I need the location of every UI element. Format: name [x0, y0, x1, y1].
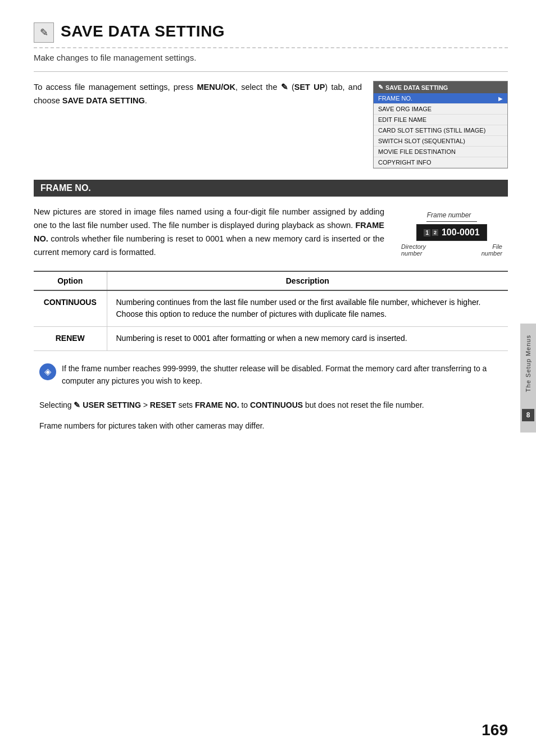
frame-no-header: FRAME NO. — [34, 180, 508, 197]
options-table: Option Description CONTINUOUS Numbering … — [34, 271, 508, 351]
menu-item-card-slot[interactable]: CARD SLOT SETTING (STILL IMAGE) — [374, 125, 507, 136]
number-text: 100-0001 — [442, 227, 480, 238]
menu-title-text: SAVE DATA SETTING — [385, 84, 448, 91]
menu-title-row: ✎ SAVE DATA SETTING — [374, 81, 507, 93]
intro-text-3: ( — [288, 83, 294, 92]
frame-no-content: New pictures are stored in image files n… — [34, 206, 508, 259]
frame-number-label: Frame number — [396, 211, 508, 219]
number-display-box: 1 2 100-0001 — [416, 224, 487, 241]
menu-panel: ✎ SAVE DATA SETTING FRAME NO. ▶ SAVE ORG… — [373, 81, 508, 168]
table-row: CONTINUOUS Numbering continues from the … — [34, 290, 508, 327]
note2-text: Frame numbers for pictures taken with ot… — [39, 421, 264, 430]
menu-item-save-org[interactable]: SAVE ORG IMAGE — [374, 104, 507, 115]
frame-no-desc-2: controls whether file numbering is reset… — [34, 234, 384, 257]
desc-continuous: Numbering continues from the last file n… — [107, 290, 508, 327]
note1-text3: to — [239, 400, 250, 409]
option-continuous: CONTINUOUS — [34, 290, 107, 327]
note-icon: ◈ — [39, 363, 56, 380]
intro-text-block: To access file management settings, pres… — [34, 81, 362, 168]
additional-note-1: Selecting ✎ USER SETTING > RESET sets FR… — [39, 399, 502, 412]
page-title: SAVE DATA SETTING — [61, 22, 225, 40]
menu-item-label: MOVIE FILE DESTINATION — [378, 148, 456, 155]
col-header-desc: Description — [107, 271, 508, 290]
file-label: File number — [482, 243, 502, 257]
menu-arrow-icon: ▶ — [498, 95, 503, 102]
diagram-bottom-labels: Directory number File number — [401, 243, 502, 257]
note-box: ◈ If the frame number reaches 999-9999, … — [34, 362, 508, 388]
frame-no-description: New pictures are stored in image files n… — [34, 206, 384, 259]
note1-text1: Selecting — [39, 400, 74, 409]
intro-text-1: To access file management settings, pres… — [34, 83, 197, 92]
file-label-line2: number — [482, 250, 502, 257]
menu-item-label: FRAME NO. — [378, 95, 412, 102]
frame-no-desc-1: New pictures are stored in image files n… — [34, 207, 384, 230]
setup-bold: SET UP — [294, 83, 325, 92]
directory-label: Directory number — [401, 243, 426, 257]
note1-user-setting: USER SETTING — [80, 400, 140, 409]
menu-ok-bold: MENU/OK — [197, 83, 235, 92]
directory-label-line1: Directory — [401, 243, 426, 250]
intro-paragraph: To access file management settings, pres… — [34, 81, 362, 108]
additional-note-2: Frame numbers for pictures taken with ot… — [39, 420, 502, 432]
page-container: ✎ SAVE DATA SETTING Make changes to file… — [0, 0, 536, 756]
page-number: 169 — [482, 721, 508, 739]
menu-item-movie-file[interactable]: MOVIE FILE DESTINATION — [374, 147, 507, 157]
menu-item-label: SAVE ORG IMAGE — [378, 106, 431, 112]
save-data-setting-bold: SAVE DATA SETTING — [62, 96, 145, 105]
menu-title-icon: ✎ — [378, 84, 383, 91]
indicator-2: 2 — [432, 229, 438, 236]
additional-notes: Selecting ✎ USER SETTING > RESET sets FR… — [34, 399, 508, 432]
directory-label-line2: number — [401, 250, 426, 257]
table-row: RENEW Numbering is reset to 0001 after f… — [34, 327, 508, 351]
menu-item-frame-no[interactable]: FRAME NO. ▶ — [374, 93, 507, 104]
side-tab-number: 8 — [522, 409, 534, 421]
option-renew: RENEW — [34, 327, 107, 351]
page-subtitle: Make changes to file management settings… — [34, 53, 508, 62]
note1-reset: RESET — [150, 400, 176, 409]
note-icon-symbol: ◈ — [44, 366, 51, 377]
divider — [34, 71, 508, 72]
menu-item-label: SWITCH SLOT (SEQUENTIAL) — [378, 138, 465, 144]
intro-text-2: , select the — [235, 83, 281, 92]
note1-icon: ✎ — [74, 400, 80, 409]
note1-frame-no: FRAME NO. — [195, 400, 239, 409]
side-tab-label: The Setup Menus — [525, 335, 532, 392]
col-header-option: Option — [34, 271, 107, 290]
file-label-line1: File — [482, 243, 502, 250]
note1-text2: sets — [176, 400, 195, 409]
menu-item-label: CARD SLOT SETTING (STILL IMAGE) — [378, 127, 485, 134]
desc-renew: Numbering is reset to 0001 after formatt… — [107, 327, 508, 351]
frame-diagram: Frame number 1 2 100-0001 Directory numb… — [396, 206, 508, 259]
intro-section: To access file management settings, pres… — [34, 81, 508, 168]
number-display-row: 1 2 100-0001 — [396, 224, 508, 241]
note-text: If the frame number reaches 999-9999, th… — [62, 362, 502, 388]
intro-text-5: . — [145, 96, 147, 105]
menu-item-edit-file[interactable]: EDIT FILE NAME — [374, 115, 507, 125]
save-data-icon: ✎ — [34, 22, 54, 43]
frame-label-text: Frame number — [427, 211, 471, 219]
menu-item-copyright[interactable]: COPYRIGHT INFO — [374, 157, 507, 168]
setup-icon-symbol: ✎ — [281, 83, 288, 92]
note1-arrow: > — [141, 400, 150, 409]
header-icon-symbol: ✎ — [40, 26, 48, 39]
indicator-1: 1 — [424, 229, 430, 236]
menu-item-label: EDIT FILE NAME — [378, 116, 426, 123]
note1-text4: but does not reset the file number. — [303, 400, 424, 409]
menu-item-switch-slot[interactable]: SWITCH SLOT (SEQUENTIAL) — [374, 136, 507, 147]
side-tab: The Setup Menus 8 — [520, 324, 536, 432]
menu-item-label: COPYRIGHT INFO — [378, 159, 431, 166]
header-section: ✎ SAVE DATA SETTING — [34, 22, 508, 48]
note1-continuous: CONTINUOUS — [250, 400, 303, 409]
